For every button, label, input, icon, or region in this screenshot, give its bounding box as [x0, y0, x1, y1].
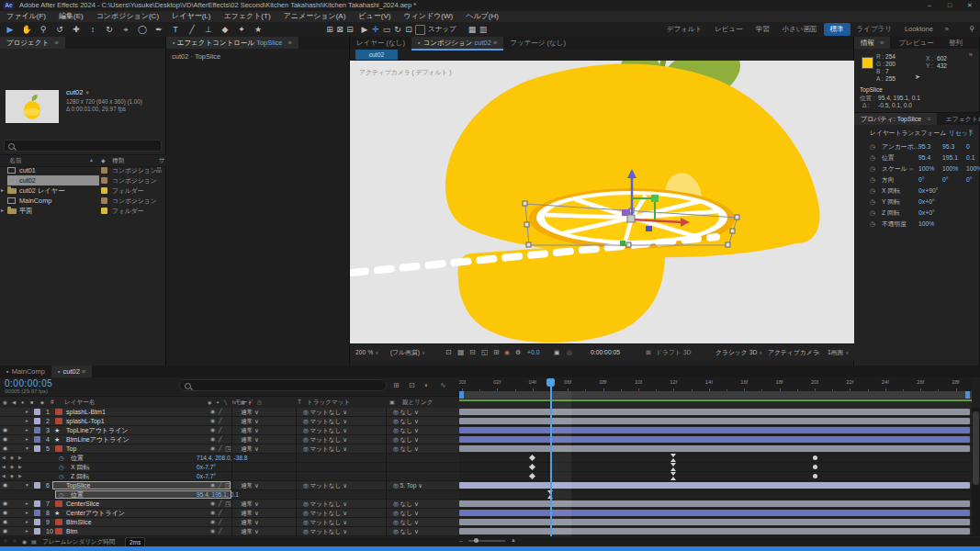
parent-link-select[interactable]: ◎ なし ∨: [393, 417, 419, 425]
switch-column-icon[interactable]: ✦: [216, 399, 220, 405]
property-value[interactable]: 95.3: [918, 141, 930, 152]
blend-mode-select[interactable]: 通常 ∨: [241, 417, 259, 425]
eye-toggle-icon[interactable]: ◉: [3, 509, 7, 517]
layer-name[interactable]: BtmSlice: [66, 518, 92, 526]
timeline-options-icon[interactable]: ▤: [31, 538, 37, 545]
timeline-property-row[interactable]: ◷位置95.4, 195.1, 0.1: [0, 490, 459, 500]
sort-ascending-icon[interactable]: ▲: [89, 158, 94, 163]
project-item-row[interactable]: ▸cut02 レイヤーフォルダー: [0, 186, 166, 196]
timeline-graph-row[interactable]: [459, 426, 972, 435]
horizontal-scrollbar[interactable]: [0, 546, 980, 551]
minimize-button[interactable]: –: [919, 0, 940, 11]
proxy-icon[interactable]: ○: [13, 538, 17, 544]
timeline-graph-row[interactable]: [459, 444, 972, 454]
timeline-tab-1[interactable]: ▪cut02 ≡: [51, 365, 93, 377]
project-search-input[interactable]: [4, 140, 162, 152]
quality-switch-icon[interactable]: ◉: [210, 527, 215, 535]
expand-arrow-icon[interactable]: ▸: [1, 186, 4, 196]
layer-duration-bar[interactable]: [459, 418, 970, 424]
blend-mode-select[interactable]: 通常 ∨: [241, 527, 259, 535]
playhead-line[interactable]: [550, 381, 552, 536]
property-value[interactable]: 0°: [966, 174, 973, 186]
label-color-chip[interactable]: [101, 187, 107, 194]
property-value[interactable]: 100%: [918, 163, 934, 174]
text-tool-icon[interactable]: T: [167, 22, 184, 37]
dolly-camera-tool-icon[interactable]: ↕: [84, 22, 101, 37]
eye-toggle-icon[interactable]: ◉: [3, 444, 7, 453]
camera-view-select[interactable]: アクティブカメラ: [768, 344, 819, 361]
parent-link-select[interactable]: ◎ なし ∨: [393, 444, 419, 453]
layer-duration-bar[interactable]: [459, 519, 970, 525]
tab-properties[interactable]: プロパティ: TopSlice ≡: [854, 113, 937, 125]
project-item-name[interactable]: cut02 レイヤー: [19, 186, 65, 196]
add-keyframe-icon[interactable]: ◆: [10, 472, 14, 480]
menu-item-7[interactable]: ウィンドウ(W): [397, 11, 459, 22]
twirl-arrow-icon[interactable]: ▸: [26, 518, 28, 526]
layer-duration-bar[interactable]: [459, 436, 970, 443]
twirl-arrow-icon[interactable]: ▸: [26, 426, 28, 434]
chevron-down-icon[interactable]: ▼: [84, 90, 89, 96]
property-value[interactable]: 0: [966, 141, 970, 152]
number-column-header[interactable]: #: [51, 399, 54, 405]
hand-tool-icon[interactable]: ✋: [18, 22, 35, 37]
parent-column-header[interactable]: 親とリンク: [402, 399, 434, 407]
pen-tool-icon[interactable]: ✒: [151, 22, 167, 37]
timeline-layer-row[interactable]: ◉▸9BtmSlice◉╱通常 ∨◎ マットなし ∨◎ なし ∨: [0, 518, 459, 527]
track-matte-select[interactable]: ◎ マットなし ∨: [303, 500, 347, 508]
workspace-1[interactable]: レビュー: [708, 23, 749, 36]
draft-3d-toggle[interactable]: ドラフト 3D: [656, 344, 691, 361]
stopwatch-icon[interactable]: ◷: [870, 152, 875, 163]
switch-column-icon[interactable]: ╲: [224, 399, 227, 405]
twirl-arrow-icon[interactable]: ▸: [26, 527, 28, 535]
timeline-graph-row[interactable]: [459, 490, 972, 500]
property-name[interactable]: Z 回転: [71, 472, 89, 480]
project-item-row[interactable]: cut01コンポジション品: [0, 165, 166, 175]
column-size[interactable]: サ: [159, 158, 165, 164]
layer-name[interactable]: Btm: [66, 527, 77, 535]
work-area-start-handle[interactable]: [459, 391, 464, 399]
panel-menu-icon[interactable]: ≡: [880, 39, 884, 47]
property-value[interactable]: 714.4, 208.0, -38.8: [197, 454, 247, 462]
layer-name[interactable]: splashL-Top1: [66, 417, 105, 425]
audio-column-icon[interactable]: ◀: [12, 399, 16, 405]
zoom-tool-icon[interactable]: ⚲: [35, 22, 51, 37]
stopwatch-icon[interactable]: ◷: [59, 472, 64, 480]
brush-tool-icon[interactable]: ╱: [184, 22, 200, 37]
track-matte-select[interactable]: ◎ マットなし ∨: [303, 435, 347, 444]
timeline-graph-row[interactable]: [459, 463, 972, 472]
workspace-6[interactable]: Looktone: [898, 23, 940, 36]
label-color-chip[interactable]: [34, 436, 40, 443]
label-color-chip[interactable]: [34, 427, 40, 433]
label-color-chip[interactable]: [34, 418, 40, 424]
label-color-chip[interactable]: [101, 167, 107, 174]
layer-duration-bar[interactable]: [459, 482, 970, 489]
property-value[interactable]: 0x-7.7°: [197, 472, 216, 480]
menu-item-1[interactable]: 編集(E): [52, 11, 90, 22]
track-matte-select[interactable]: ◎ マットなし ∨: [303, 527, 347, 535]
orbit-camera-tool-icon[interactable]: ↺: [51, 22, 68, 37]
quality-switch-icon[interactable]: ◉: [210, 500, 215, 508]
stopwatch-icon[interactable]: ◷: [59, 454, 64, 462]
3d-layer-switch-icon[interactable]: ◳: [225, 481, 231, 489]
show-channels-icon[interactable]: ◉: [504, 344, 510, 361]
stopwatch-icon[interactable]: ◷: [870, 141, 875, 152]
parent-link-select[interactable]: ◎ なし ∨: [393, 408, 419, 416]
zoom-out-icon[interactable]: –: [459, 537, 463, 544]
show-snapshot-icon[interactable]: ◎: [567, 344, 572, 361]
label-color-chip[interactable]: [34, 510, 40, 516]
timeline-graph-row[interactable]: [459, 518, 972, 527]
parent-link-select[interactable]: ◎ なし ∨: [393, 509, 419, 517]
prev-keyframe-icon[interactable]: ◀: [2, 472, 6, 480]
comp-name-chip[interactable]: cut02: [355, 50, 398, 60]
timeline-vertical-scrollbar[interactable]: [972, 408, 980, 536]
stopwatch-icon[interactable]: ◷: [870, 163, 875, 174]
property-value[interactable]: 95.4, 195.1, 0.1: [197, 490, 239, 499]
eye-toggle-icon[interactable]: ◉: [3, 426, 7, 434]
parent-link-select[interactable]: ◎ なし ∨: [393, 527, 419, 535]
layer-duration-bar[interactable]: [459, 500, 970, 507]
property-name[interactable]: 位置: [71, 490, 84, 499]
panel-menu-icon[interactable]: ≡: [80, 367, 85, 376]
motion-blur-icon[interactable]: ◐: [424, 379, 429, 391]
keyframe-hold[interactable]: [670, 454, 677, 462]
matte-column-header[interactable]: トラックマット: [307, 399, 350, 407]
